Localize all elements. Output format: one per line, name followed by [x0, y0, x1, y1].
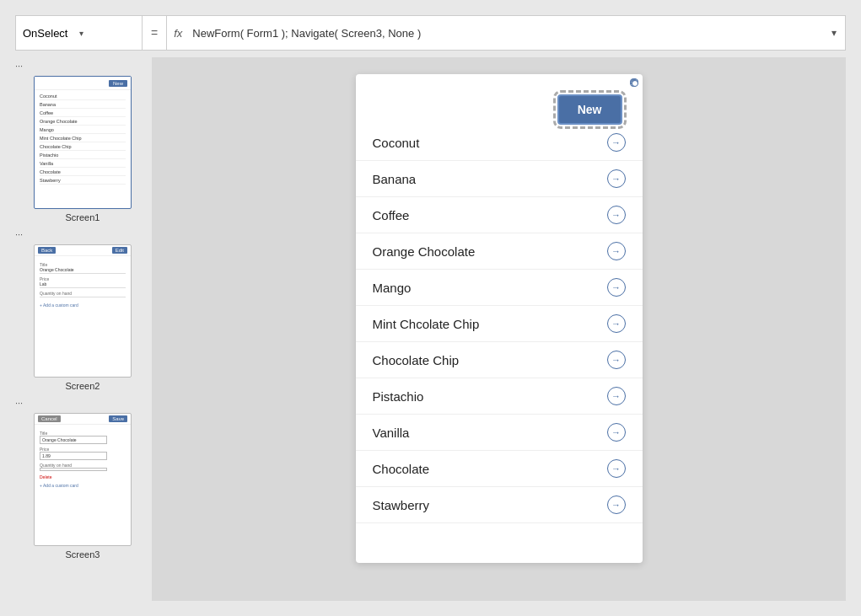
left-panel: ··· New Coconut Banana Coffee Orange Cho… — [15, 57, 150, 601]
screen3-label: Screen3 — [66, 549, 100, 560]
list-item[interactable]: Mango → — [356, 270, 643, 306]
list-item[interactable]: Orange Chocolate → — [356, 233, 643, 270]
item-text: Coffee — [373, 208, 410, 222]
screen2-dots-icon[interactable]: ··· — [15, 229, 23, 239]
item-arrow-icon: → — [607, 387, 626, 405]
item-text: Chocolate — [373, 462, 430, 476]
item-arrow-icon: → — [607, 351, 626, 369]
main-canvas: New Coconut → Banana → Coffee → Orange C… — [152, 57, 846, 601]
screen1-label: Screen1 — [66, 212, 100, 222]
equals-sign: = — [143, 16, 167, 50]
item-arrow-icon: → — [607, 206, 626, 224]
thumb3-cancel-btn: Cancel — [38, 415, 61, 422]
list-item[interactable]: Coffee → — [356, 197, 643, 233]
thumb1-header: New — [35, 77, 131, 90]
screen2-thumbnail[interactable]: Back Edit Title Orange Chocolate Price L… — [34, 244, 132, 378]
item-arrow-icon: → — [607, 423, 626, 442]
list-item[interactable]: Stawberry → — [356, 487, 643, 523]
item-text: Pistachio — [373, 389, 424, 404]
thumb3-body: Title Orange Chocolate Price 1.89 Quanti… — [35, 425, 131, 491]
screen2-label: Screen2 — [66, 381, 100, 391]
list-item[interactable]: Mint Chcolate Chip → — [356, 306, 643, 342]
item-text: Vanilla — [373, 426, 410, 440]
flavor-list: Coconut → Banana → Coffee → Orange Choco… — [356, 74, 643, 540]
item-text: Banana — [373, 172, 417, 186]
list-item[interactable]: Banana → — [356, 161, 643, 197]
formula-input[interactable]: NewForm( Form1 ); Navigate( Screen3, Non… — [189, 27, 823, 40]
thumb1-list: Coconut Banana Coffee Orange Chocolate M… — [35, 90, 131, 186]
list-item[interactable]: Pistachio → — [356, 378, 643, 415]
item-arrow-icon: → — [607, 459, 626, 478]
thumb2-header: Back Edit — [35, 245, 131, 256]
item-text: Mango — [373, 281, 412, 295]
screen3-dots-icon[interactable]: ··· — [15, 398, 23, 408]
screen1-thumbnail[interactable]: New Coconut Banana Coffee Orange Chocola… — [34, 76, 132, 209]
list-item[interactable]: Vanilla → — [356, 415, 643, 451]
thumb2-back-btn: Back — [38, 247, 56, 254]
formula-bar: OnSelect ▾ = fx NewForm( Form1 ); Naviga… — [15, 15, 846, 51]
item-arrow-icon: → — [607, 495, 626, 514]
item-text: Mint Chcolate Chip — [373, 317, 480, 331]
chevron-down-icon: ▾ — [79, 29, 136, 38]
app-new-button[interactable]: New — [557, 94, 622, 125]
list-item[interactable]: Chocolate → — [356, 451, 643, 487]
handle-br — [632, 80, 638, 87]
thumb2-edit-btn: Edit — [112, 247, 127, 254]
screen3-thumbnail[interactable]: Cancel Save Title Orange Chocolate Price… — [34, 413, 132, 546]
thumb1-new-button: New — [109, 80, 127, 87]
app-frame: New Coconut → Banana → Coffee → Orange C… — [356, 74, 643, 563]
thumb2-body: Title Orange Chocolate Price Lab Quantit… — [35, 256, 131, 311]
item-arrow-icon: → — [607, 278, 626, 297]
item-arrow-icon: → — [607, 169, 626, 188]
item-arrow-icon: → — [607, 133, 626, 152]
thumb3-save-btn: Save — [109, 415, 127, 422]
screen1-dots-icon[interactable]: ··· — [15, 61, 23, 71]
item-text: Stawberry — [373, 498, 430, 512]
item-text: Coconut — [373, 136, 420, 150]
dropdown-label: OnSelect — [23, 27, 79, 40]
thumb3-header: Cancel Save — [35, 414, 131, 425]
item-arrow-icon: → — [607, 242, 626, 260]
item-arrow-icon: → — [607, 314, 626, 333]
item-text: Orange Chocolate — [373, 244, 476, 259]
screen-list: ··· New Coconut Banana Coffee Orange Cho… — [15, 57, 150, 560]
formula-expand-icon[interactable]: ▾ — [823, 27, 845, 39]
screen2-entry: ··· Back Edit Title Orange Chocolate Pri… — [15, 229, 150, 391]
onselect-dropdown[interactable]: OnSelect ▾ — [16, 16, 143, 50]
list-item[interactable]: Coconut → — [356, 125, 643, 161]
screen1-entry: ··· New Coconut Banana Coffee Orange Cho… — [15, 61, 150, 222]
list-item[interactable]: Chocolate Chip → — [356, 342, 643, 378]
fx-label: fx — [167, 27, 189, 40]
screen3-entry: ··· Cancel Save Title Orange Chocolate P… — [15, 398, 150, 560]
item-text: Chocolate Chip — [373, 353, 460, 367]
